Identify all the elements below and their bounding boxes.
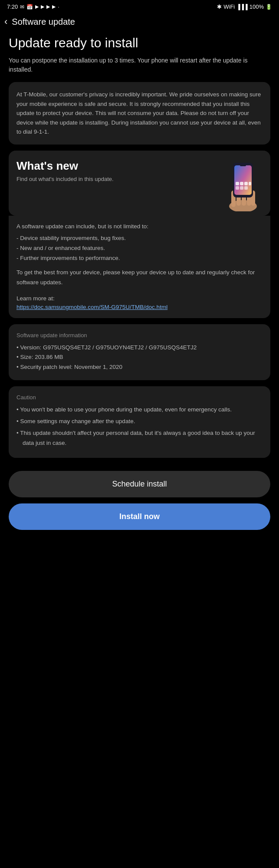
description-intro: A software update can include, but is no… <box>16 222 263 232</box>
update-info-item-2: Size: 203.86 MB <box>16 352 263 362</box>
battery-icon: 🔋 <box>266 4 272 10</box>
install-now-button[interactable]: Install now <box>9 503 270 530</box>
description-bullet-1: - Device stability improvements, bug fix… <box>16 233 263 243</box>
description-outro: To get the best from your device, please… <box>16 268 263 288</box>
update-info-card: Software update information Version: G97… <box>9 324 270 381</box>
caution-title: Caution <box>16 394 263 401</box>
svg-rect-10 <box>244 182 248 185</box>
description-bullet-2: - New and / or enhanced features. <box>16 243 263 253</box>
main-content: Update ready to install You can postpone… <box>0 35 279 458</box>
caution-item-2: Some settings may change after the updat… <box>16 417 263 427</box>
phone-illustration <box>223 159 263 207</box>
page-title: Update ready to install <box>9 35 270 51</box>
wifi-icon: WiFi <box>223 3 235 10</box>
whats-new-text: What's new Find out what's included in t… <box>16 159 223 183</box>
svg-rect-9 <box>240 182 243 185</box>
youtube-icon: ▶ <box>35 4 39 10</box>
youtube-icon2: ▶ <box>41 4 44 10</box>
update-info-item-1: Version: G975USQS4ETJ2 / G975UOYN4ETJ2 /… <box>16 343 263 353</box>
youtube-icon3: ▶ <box>46 4 50 10</box>
privacy-text: At T-Mobile, our customer's privacy is i… <box>16 90 263 137</box>
update-info-title: Software update information <box>16 332 263 339</box>
svg-rect-13 <box>240 186 243 190</box>
svg-rect-14 <box>244 186 248 190</box>
nav-title: Software update <box>12 17 75 27</box>
description-bullet-3: - Further improvements to performance. <box>16 253 263 263</box>
signal-icon: ▐▐▐ <box>236 4 248 10</box>
learn-more-link[interactable]: https://doc.samsungmobile.com/SM-G975U/T… <box>16 304 263 310</box>
dot-icon: · <box>58 3 59 10</box>
whats-new-title: What's new <box>16 159 223 173</box>
whats-new-card: What's new Find out what's included in t… <box>9 151 270 216</box>
youtube-icon4: ▶ <box>52 4 56 10</box>
button-area: Schedule install Install now <box>0 471 279 543</box>
caution-item-3: This update shouldn't affect your person… <box>16 428 263 448</box>
whats-new-header: What's new Find out what's included in t… <box>16 159 263 207</box>
description-section: A software update can include, but is no… <box>9 216 270 318</box>
privacy-card: At T-Mobile, our customer's privacy is i… <box>9 82 270 145</box>
whats-new-subtitle: Find out what's included in this update. <box>16 175 223 183</box>
page-subtitle: You can postpone the installation up to … <box>9 56 270 74</box>
status-left: 7:20 ✉ 📅 ▶ ▶ ▶ ▶ · <box>7 3 59 10</box>
time-display: 7:20 <box>7 3 18 10</box>
calendar-icon: 📅 <box>26 4 33 10</box>
caution-item-1: You won't be able to use your phone duri… <box>16 405 263 415</box>
update-info-list: Version: G975USQS4ETJ2 / G975UOYN4ETJ2 /… <box>16 343 263 373</box>
top-nav: ‹ Software update <box>0 12 279 31</box>
status-right: ✱ WiFi ▐▐▐ 100% 🔋 <box>217 3 272 10</box>
caution-card: Caution You won't be able to use your ph… <box>9 386 270 458</box>
schedule-install-button[interactable]: Schedule install <box>9 471 270 497</box>
svg-rect-15 <box>240 164 246 166</box>
battery-display: 100% <box>249 3 264 10</box>
svg-rect-12 <box>236 186 239 190</box>
bluetooth-icon: ✱ <box>217 3 222 10</box>
svg-rect-8 <box>236 182 239 185</box>
email-icon: ✉ <box>20 4 24 10</box>
status-bar: 7:20 ✉ 📅 ▶ ▶ ▶ ▶ · ✱ WiFi ▐▐▐ 100% 🔋 <box>0 0 279 12</box>
caution-list: You won't be able to use your phone duri… <box>16 405 263 448</box>
svg-rect-7 <box>234 165 252 195</box>
update-info-item-3: Security patch level: November 1, 2020 <box>16 362 263 372</box>
svg-rect-11 <box>249 182 251 185</box>
back-button[interactable]: ‹ <box>4 16 7 27</box>
learn-more-label: Learn more at: <box>16 294 263 304</box>
